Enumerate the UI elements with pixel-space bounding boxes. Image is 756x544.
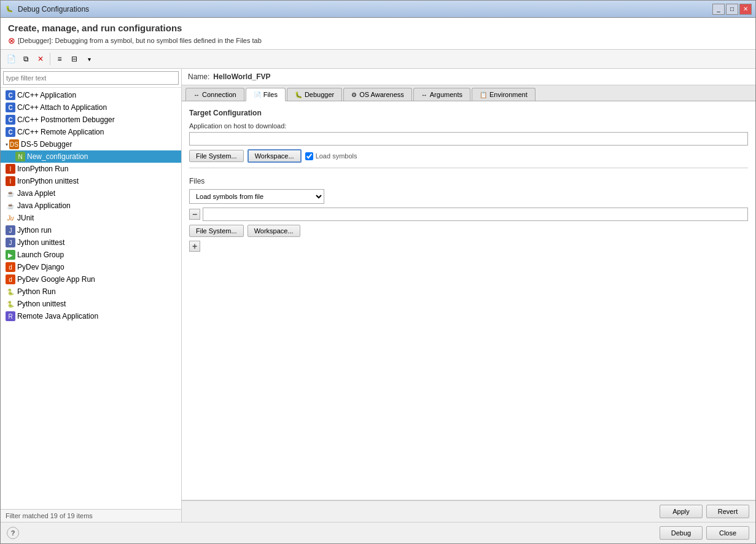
- tree-item-jython-test[interactable]: J Jython unittest: [1, 236, 181, 249]
- tree-item-cpp-attach[interactable]: C C/C++ Attach to Application: [1, 101, 181, 114]
- filter-input[interactable]: [3, 71, 179, 85]
- window-icon: 🐛: [4, 4, 14, 14]
- jython-run-icon: J: [6, 225, 15, 235]
- python-test-icon: 🐍: [6, 299, 15, 309]
- new-config-button[interactable]: 📄: [4, 52, 18, 66]
- tree-item-java-applet[interactable]: ☕ Java Applet: [1, 187, 181, 200]
- footer-bar: ? Debug Close: [1, 522, 755, 543]
- tab-arguments[interactable]: ↔ Arguments: [413, 88, 470, 101]
- close-window-button[interactable]: ✕: [739, 4, 752, 15]
- java-applet-icon: ☕: [6, 188, 15, 198]
- close-button[interactable]: Close: [706, 526, 749, 540]
- load-symbols-label: Load symbols: [316, 152, 357, 160]
- header-title: Create, manage, and run configurations: [8, 23, 748, 33]
- connection-tab-icon: ↔: [193, 91, 200, 98]
- cpp-attach-label: C/C++ Attach to Application: [17, 103, 107, 112]
- file-system-button-2[interactable]: File System...: [189, 225, 244, 237]
- app-host-input[interactable]: [189, 132, 748, 146]
- debug-button[interactable]: Debug: [660, 526, 703, 540]
- main-content: C C/C++ Application C C/C++ Attach to Ap…: [1, 69, 755, 522]
- right-panel: Name: HelloWorld_FVP ↔ Connection 📄 File…: [182, 69, 755, 522]
- ironpython-run-icon: I: [6, 164, 15, 174]
- filter-box: [1, 69, 181, 88]
- jython-test-icon: J: [6, 238, 15, 247]
- tree-item-jython-run[interactable]: J Jython run: [1, 224, 181, 236]
- tree-item-pydev-django[interactable]: d PyDev Django: [1, 261, 181, 273]
- apply-revert-bar: Apply Revert: [182, 500, 755, 522]
- tree-item-remote-java[interactable]: R Remote Java Application: [1, 310, 181, 322]
- expand-button[interactable]: ▾: [82, 52, 96, 66]
- target-config-title: Target Configuration: [189, 109, 748, 117]
- cpp-remote-label: C/C++ Remote Application: [17, 128, 104, 136]
- java-applet-label: Java Applet: [17, 189, 55, 198]
- tree-item-cpp-remote[interactable]: C C/C++ Remote Application: [1, 126, 181, 138]
- cpp-remote-icon: C: [6, 127, 15, 137]
- tree-item-python-run[interactable]: 🐍 Python Run: [1, 286, 181, 298]
- load-symbols-checkbox[interactable]: [305, 152, 313, 160]
- tab-os-awareness[interactable]: ⚙ OS Awareness: [343, 88, 412, 101]
- name-label: Name:: [188, 72, 209, 81]
- new-config-icon: N: [15, 152, 25, 161]
- new-config-label: New_configuration: [27, 152, 88, 161]
- minus-button[interactable]: −: [189, 209, 200, 220]
- os-tab-label: OS Awareness: [359, 91, 404, 98]
- debugger-tab-label: Debugger: [305, 91, 334, 98]
- tree-item-cpp-postmortem[interactable]: C C/C++ Postmortem Debugger: [1, 114, 181, 126]
- tree-item-ironpython-run[interactable]: I IronPython Run: [1, 163, 181, 175]
- java-app-icon: ☕: [6, 201, 15, 211]
- args-tab-icon: ↔: [421, 91, 427, 98]
- duplicate-button[interactable]: ⧉: [19, 52, 33, 66]
- help-button[interactable]: ?: [7, 527, 19, 539]
- tree-item-cpp-app[interactable]: C C/C++ Application: [1, 89, 181, 101]
- cpp-app-icon: C: [6, 90, 15, 100]
- pydev-google-icon: d: [6, 274, 15, 284]
- load-symbols-dropdown[interactable]: Load symbols from file Load symbols from…: [189, 189, 324, 204]
- maximize-button[interactable]: □: [726, 4, 738, 15]
- pydev-django-label: PyDev Django: [17, 263, 64, 271]
- revert-button[interactable]: Revert: [706, 505, 749, 518]
- workspace-button-1[interactable]: Workspace...: [247, 149, 302, 163]
- plus-button[interactable]: +: [189, 241, 200, 252]
- apply-button[interactable]: Apply: [660, 505, 703, 518]
- target-config-buttons: File System... Workspace... Load symbols: [189, 149, 748, 163]
- launch-group-label: Launch Group: [17, 251, 64, 259]
- title-bar: 🐛 Debug Configurations _ □ ✕: [1, 1, 755, 18]
- left-panel: C C/C++ Application C C/C++ Attach to Ap…: [1, 69, 182, 522]
- cpp-attach-icon: C: [6, 103, 15, 112]
- workspace-button-2[interactable]: Workspace...: [247, 225, 300, 237]
- window-title: Debug Configurations: [18, 5, 712, 14]
- tree-item-python-test[interactable]: 🐍 Python unittest: [1, 298, 181, 310]
- remote-java-icon: R: [6, 311, 15, 321]
- collapse-all-button[interactable]: ⊟: [68, 52, 81, 66]
- ironpython-run-label: IronPython Run: [17, 165, 68, 173]
- tab-environment[interactable]: 📋 Environment: [472, 88, 536, 101]
- tree-item-junit[interactable]: Ju JUnit: [1, 212, 181, 224]
- tree-item-launch-group[interactable]: ▶ Launch Group: [1, 249, 181, 261]
- name-bar: Name: HelloWorld_FVP: [182, 69, 755, 85]
- tab-connection[interactable]: ↔ Connection: [185, 88, 244, 101]
- files-tab-label: Files: [263, 91, 278, 98]
- remote-java-label: Remote Java Application: [17, 312, 98, 321]
- load-symbols-row: Load symbols: [305, 152, 357, 160]
- toolbar: 📄 ⧉ ✕ ≡ ⊟ ▾: [1, 50, 755, 69]
- tree-item-java-app[interactable]: ☕ Java Application: [1, 200, 181, 212]
- junit-label: JUnit: [17, 214, 34, 222]
- tree-item-ds5[interactable]: ▾ DS DS-5 Debugger: [1, 138, 181, 150]
- footer-right: Debug Close: [660, 526, 749, 540]
- minimize-button[interactable]: _: [712, 4, 725, 15]
- filter-button[interactable]: ≡: [53, 52, 66, 66]
- delete-button[interactable]: ✕: [34, 52, 47, 66]
- python-run-label: Python Run: [17, 287, 56, 296]
- tabs-bar: ↔ Connection 📄 Files 🐛 Debugger ⚙ OS Awa…: [182, 85, 755, 101]
- tree-item-pydev-google[interactable]: d PyDev Google App Run: [1, 273, 181, 286]
- args-tab-label: Arguments: [430, 91, 462, 98]
- window-controls: _ □ ✕: [712, 4, 752, 15]
- python-test-label: Python unittest: [17, 300, 66, 308]
- tab-files[interactable]: 📄 Files: [246, 88, 286, 101]
- tree-item-new-config[interactable]: N New_configuration: [1, 150, 181, 163]
- tab-debugger[interactable]: 🐛 Debugger: [287, 88, 342, 101]
- error-icon: ⊗: [8, 36, 15, 45]
- file-entry-input[interactable]: [203, 208, 748, 221]
- tree-item-ironpython-test[interactable]: I IronPython unittest: [1, 175, 181, 187]
- file-system-button-1[interactable]: File System...: [189, 150, 244, 162]
